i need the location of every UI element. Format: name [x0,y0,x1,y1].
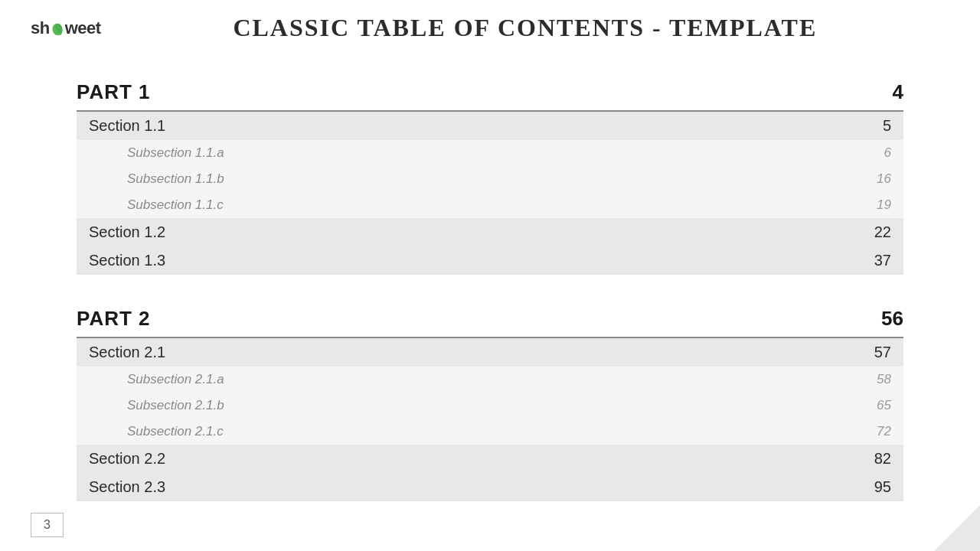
section-page: 5 [883,117,891,135]
subsection-page: 16 [877,171,891,187]
section-label: Section 1.1 [89,117,165,135]
section-page: 82 [874,450,891,468]
section-label: Section 2.1 [89,344,165,361]
page-number: 3 [44,518,51,531]
part-page-2: 56 [881,307,903,331]
subsection-label: Subsection 2.1.c [89,424,224,439]
section-label: Section 1.3 [89,252,165,269]
section-row-1-3: Section 1.3 37 [77,246,903,275]
subsection-label: Subsection 2.1.b [89,398,224,413]
content: PART 1 4 Section 1.1 5 Subsection 1.1.a … [0,50,980,517]
part-row-1: PART 1 4 [77,73,903,110]
bottom-decoration [934,505,980,551]
section-row-1-2: Section 1.2 22 [77,218,903,246]
subsection-label: Subsection 2.1.a [89,372,224,387]
svg-point-2 [53,29,57,33]
section-row-2-1: Section 2.1 57 [77,338,903,367]
section-row-2-3: Section 2.3 95 [77,473,903,501]
subsection-label: Subsection 1.1.c [89,197,224,213]
part-label-2: PART 2 [77,307,151,331]
section-row-1-1: Section 1.1 5 [77,112,903,140]
page-number-box: 3 [31,513,64,537]
subsection-label: Subsection 1.1.b [89,171,224,187]
subsection-row-1-1-3: Subsection 1.1.c 19 [77,192,903,218]
section-page: 95 [874,478,891,496]
section-page: 22 [874,223,891,241]
section-row-2-2: Section 2.2 82 [77,445,903,473]
section-page: 37 [874,252,891,269]
subsection-page: 19 [877,197,891,213]
section-label: Section 2.3 [89,478,165,496]
part-row-2: PART 2 56 [77,299,903,337]
header: sh weet Classic Table of Contents - Temp… [0,0,980,50]
subsection-row-2-1-1: Subsection 2.1.a 58 [77,367,903,393]
subsection-row-2-1-3: Subsection 2.1.c 72 [77,419,903,445]
subsection-page: 6 [884,145,891,161]
part-page-1: 4 [893,80,903,104]
subsection-row-1-1-2: Subsection 1.1.b 16 [77,166,903,192]
subsection-row-2-1-2: Subsection 2.1.b 65 [77,393,903,419]
part-gap [77,275,903,299]
logo-text-end: weet [65,18,101,38]
logo-text: sh [31,18,50,38]
subsection-page: 58 [877,372,891,387]
logo-leaf-icon [51,21,64,35]
part-label-1: PART 1 [77,80,151,104]
section-page: 57 [874,344,891,361]
subsection-page: 65 [877,398,891,413]
subsection-page: 72 [877,424,891,439]
subsection-label: Subsection 1.1.a [89,145,224,161]
section-label: Section 2.2 [89,450,165,468]
section-label: Section 1.2 [89,223,165,241]
subsection-row-1-1-1: Subsection 1.1.a 6 [77,140,903,166]
page-title: Classic Table of Contents - Template [101,14,949,42]
logo: sh weet [31,18,101,38]
